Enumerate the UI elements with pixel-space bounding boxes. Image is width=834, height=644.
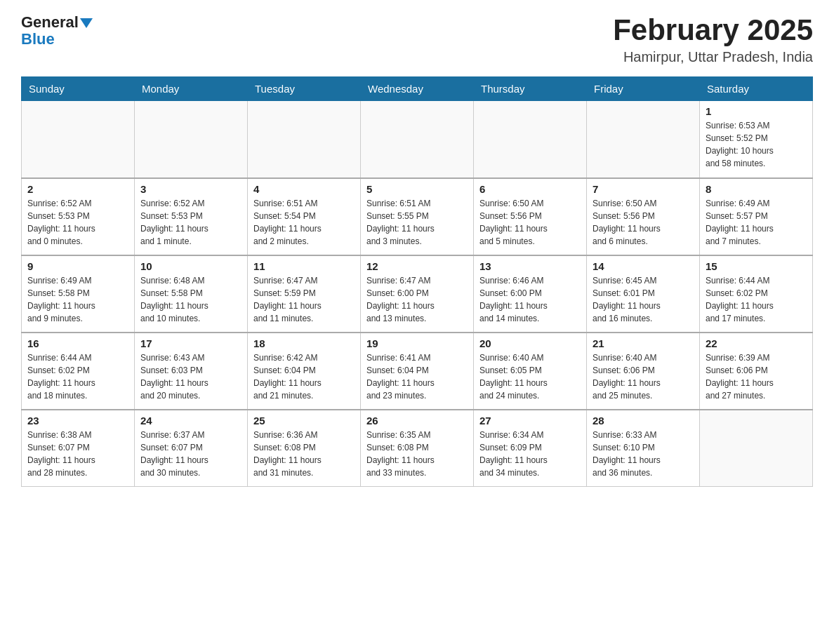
- day-number: 16: [27, 337, 128, 349]
- day-number: 3: [140, 183, 241, 195]
- day-cell: 27Sunrise: 6:34 AMSunset: 6:09 PMDayligh…: [474, 410, 587, 487]
- week-row-2: 2Sunrise: 6:52 AMSunset: 5:53 PMDaylight…: [22, 178, 813, 255]
- day-info: Sunrise: 6:45 AMSunset: 6:01 PMDaylight:…: [593, 274, 694, 325]
- day-number: 2: [27, 183, 128, 195]
- day-cell: 25Sunrise: 6:36 AMSunset: 6:08 PMDayligh…: [248, 410, 361, 487]
- day-number: 27: [479, 415, 581, 427]
- day-cell: 11Sunrise: 6:47 AMSunset: 5:59 PMDayligh…: [248, 255, 361, 333]
- day-cell: 15Sunrise: 6:44 AMSunset: 6:02 PMDayligh…: [700, 255, 813, 333]
- day-cell: 4Sunrise: 6:51 AMSunset: 5:54 PMDaylight…: [248, 178, 361, 255]
- day-info: Sunrise: 6:38 AMSunset: 6:07 PMDaylight:…: [27, 429, 128, 479]
- day-cell: [248, 101, 361, 178]
- day-number: 14: [593, 260, 694, 272]
- day-number: 25: [253, 415, 355, 427]
- day-cell: 9Sunrise: 6:49 AMSunset: 5:58 PMDaylight…: [22, 255, 135, 333]
- day-number: 18: [253, 337, 355, 349]
- day-cell: 23Sunrise: 6:38 AMSunset: 6:07 PMDayligh…: [22, 410, 135, 487]
- logo-general-row: General: [21, 14, 93, 31]
- day-number: 21: [593, 337, 694, 349]
- day-cell: 24Sunrise: 6:37 AMSunset: 6:07 PMDayligh…: [135, 410, 248, 487]
- weekday-header-friday: Friday: [587, 77, 700, 101]
- day-number: 7: [593, 183, 694, 195]
- day-info: Sunrise: 6:43 AMSunset: 6:03 PMDaylight:…: [140, 351, 241, 402]
- day-cell: 21Sunrise: 6:40 AMSunset: 6:06 PMDayligh…: [587, 333, 700, 410]
- day-info: Sunrise: 6:44 AMSunset: 6:02 PMDaylight:…: [706, 274, 807, 325]
- logo-triangle-icon: [80, 18, 93, 28]
- day-cell: 19Sunrise: 6:41 AMSunset: 6:04 PMDayligh…: [361, 333, 474, 410]
- day-info: Sunrise: 6:50 AMSunset: 5:56 PMDaylight:…: [479, 197, 581, 248]
- day-info: Sunrise: 6:44 AMSunset: 6:02 PMDaylight:…: [27, 351, 128, 402]
- day-info: Sunrise: 6:37 AMSunset: 6:07 PMDaylight:…: [140, 429, 241, 479]
- weekday-header-row: SundayMondayTuesdayWednesdayThursdayFrid…: [22, 77, 813, 101]
- weekday-header-thursday: Thursday: [474, 77, 587, 101]
- day-cell: 3Sunrise: 6:52 AMSunset: 5:53 PMDaylight…: [135, 178, 248, 255]
- weekday-header-sunday: Sunday: [22, 77, 135, 101]
- day-info: Sunrise: 6:41 AMSunset: 6:04 PMDaylight:…: [366, 351, 468, 402]
- day-info: Sunrise: 6:52 AMSunset: 5:53 PMDaylight:…: [27, 197, 128, 248]
- day-cell: [135, 101, 248, 178]
- day-number: 26: [366, 415, 468, 427]
- day-cell: 18Sunrise: 6:42 AMSunset: 6:04 PMDayligh…: [248, 333, 361, 410]
- logo-blue-text: Blue: [21, 30, 55, 48]
- day-info: Sunrise: 6:33 AMSunset: 6:10 PMDaylight:…: [593, 429, 694, 479]
- day-info: Sunrise: 6:50 AMSunset: 5:56 PMDaylight:…: [593, 197, 694, 248]
- day-cell: [361, 101, 474, 178]
- day-cell: [700, 410, 813, 487]
- day-cell: 17Sunrise: 6:43 AMSunset: 6:03 PMDayligh…: [135, 333, 248, 410]
- week-row-5: 23Sunrise: 6:38 AMSunset: 6:07 PMDayligh…: [22, 410, 813, 487]
- day-cell: 26Sunrise: 6:35 AMSunset: 6:08 PMDayligh…: [361, 410, 474, 487]
- day-number: 13: [479, 260, 581, 272]
- day-number: 9: [27, 260, 128, 272]
- day-info: Sunrise: 6:34 AMSunset: 6:09 PMDaylight:…: [479, 429, 581, 479]
- day-number: 20: [479, 337, 581, 349]
- day-number: 22: [706, 337, 807, 349]
- day-info: Sunrise: 6:49 AMSunset: 5:57 PMDaylight:…: [706, 197, 807, 248]
- weekday-header-monday: Monday: [135, 77, 248, 101]
- location-title: Hamirpur, Uttar Pradesh, India: [613, 49, 813, 65]
- logo-general-text: General: [21, 13, 79, 31]
- day-info: Sunrise: 6:49 AMSunset: 5:58 PMDaylight:…: [27, 274, 128, 325]
- page-header: General Blue February 2025 Hamirpur, Utt…: [21, 14, 813, 65]
- month-title: February 2025: [613, 14, 813, 46]
- day-info: Sunrise: 6:42 AMSunset: 6:04 PMDaylight:…: [253, 351, 355, 402]
- day-number: 17: [140, 337, 241, 349]
- day-cell: 5Sunrise: 6:51 AMSunset: 5:55 PMDaylight…: [361, 178, 474, 255]
- day-number: 6: [479, 183, 581, 195]
- weekday-header-saturday: Saturday: [700, 77, 813, 101]
- day-info: Sunrise: 6:36 AMSunset: 6:08 PMDaylight:…: [253, 429, 355, 479]
- day-info: Sunrise: 6:48 AMSunset: 5:58 PMDaylight:…: [140, 274, 241, 325]
- day-number: 4: [253, 183, 355, 195]
- day-info: Sunrise: 6:39 AMSunset: 6:06 PMDaylight:…: [706, 351, 807, 402]
- day-info: Sunrise: 6:52 AMSunset: 5:53 PMDaylight:…: [140, 197, 241, 248]
- day-number: 24: [140, 415, 241, 427]
- week-row-3: 9Sunrise: 6:49 AMSunset: 5:58 PMDaylight…: [22, 255, 813, 333]
- day-info: Sunrise: 6:40 AMSunset: 6:06 PMDaylight:…: [593, 351, 694, 402]
- day-number: 10: [140, 260, 241, 272]
- day-cell: 10Sunrise: 6:48 AMSunset: 5:58 PMDayligh…: [135, 255, 248, 333]
- calendar-table: SundayMondayTuesdayWednesdayThursdayFrid…: [21, 76, 813, 487]
- day-cell: 12Sunrise: 6:47 AMSunset: 6:00 PMDayligh…: [361, 255, 474, 333]
- day-cell: 1Sunrise: 6:53 AMSunset: 5:52 PMDaylight…: [700, 101, 813, 178]
- day-info: Sunrise: 6:53 AMSunset: 5:52 PMDaylight:…: [706, 119, 807, 170]
- day-number: 8: [706, 183, 807, 195]
- day-cell: 7Sunrise: 6:50 AMSunset: 5:56 PMDaylight…: [587, 178, 700, 255]
- day-number: 1: [706, 105, 807, 117]
- day-info: Sunrise: 6:51 AMSunset: 5:55 PMDaylight:…: [366, 197, 468, 248]
- day-number: 12: [366, 260, 468, 272]
- weekday-header-wednesday: Wednesday: [361, 77, 474, 101]
- day-number: 5: [366, 183, 468, 195]
- day-number: 28: [593, 415, 694, 427]
- day-number: 11: [253, 260, 355, 272]
- week-row-4: 16Sunrise: 6:44 AMSunset: 6:02 PMDayligh…: [22, 333, 813, 410]
- day-info: Sunrise: 6:47 AMSunset: 5:59 PMDaylight:…: [253, 274, 355, 325]
- day-info: Sunrise: 6:35 AMSunset: 6:08 PMDaylight:…: [366, 429, 468, 479]
- day-cell: [22, 101, 135, 178]
- day-cell: 6Sunrise: 6:50 AMSunset: 5:56 PMDaylight…: [474, 178, 587, 255]
- day-cell: 2Sunrise: 6:52 AMSunset: 5:53 PMDaylight…: [22, 178, 135, 255]
- day-info: Sunrise: 6:40 AMSunset: 6:05 PMDaylight:…: [479, 351, 581, 402]
- day-info: Sunrise: 6:46 AMSunset: 6:00 PMDaylight:…: [479, 274, 581, 325]
- day-info: Sunrise: 6:47 AMSunset: 6:00 PMDaylight:…: [366, 274, 468, 325]
- day-info: Sunrise: 6:51 AMSunset: 5:54 PMDaylight:…: [253, 197, 355, 248]
- day-cell: 22Sunrise: 6:39 AMSunset: 6:06 PMDayligh…: [700, 333, 813, 410]
- day-cell: 14Sunrise: 6:45 AMSunset: 6:01 PMDayligh…: [587, 255, 700, 333]
